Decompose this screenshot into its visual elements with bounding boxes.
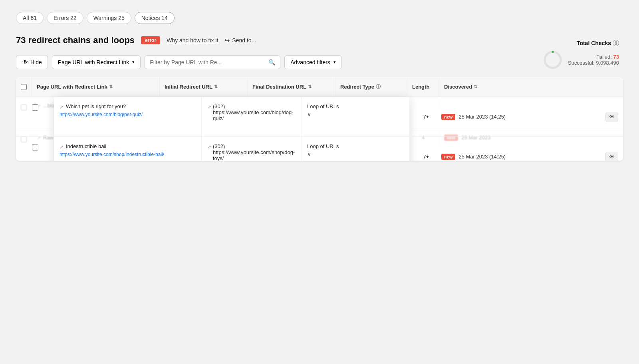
redirect-type-info-icon[interactable]: ⓘ	[376, 83, 381, 90]
sort-icon-final[interactable]: ⇅	[308, 84, 312, 89]
eye-button[interactable]: 👁	[605, 112, 618, 122]
external-link-icon: ↗	[207, 104, 211, 110]
th-initial-redirect: Initial Redirect URL ⇅	[160, 77, 248, 97]
sort-icon-discovered[interactable]: ⇅	[474, 84, 477, 89]
checkbox-cell-2	[16, 137, 54, 161]
row-checkbox-1[interactable]	[32, 104, 38, 111]
select-all-checkbox[interactable]	[21, 84, 27, 90]
hide-button[interactable]: 👁 Hide	[16, 55, 48, 69]
chevron-down-icon-2: ▾	[333, 59, 336, 65]
eye-button[interactable]: 👁	[605, 152, 618, 161]
th-page-url: Page URL with Redirect Link ⇅	[32, 77, 160, 97]
search-icon: 🔍	[268, 59, 275, 65]
row-checkbox-2[interactable]	[32, 144, 38, 150]
chevron-down-icon[interactable]: ∨	[307, 111, 404, 117]
fix-link[interactable]: Why and how to fix it	[167, 37, 218, 44]
search-input[interactable]	[150, 59, 265, 65]
table-header: Page URL with Redirect Link ⇅ Initial Re…	[16, 77, 623, 97]
filter-dropdown-button[interactable]: Page URL with Redirect Link ▾	[52, 55, 141, 69]
sort-icon-page-url[interactable]: ⇅	[109, 84, 113, 89]
eye-icon: 👁	[22, 59, 28, 65]
donut-chart	[542, 49, 563, 70]
chevron-down-icon[interactable]: ∨	[307, 151, 404, 157]
header-row: 73 redirect chains and loops error Why a…	[16, 35, 623, 46]
exp-page-url-cell: ↗ Indestructible ball https://www.yoursi…	[54, 137, 202, 161]
page-title: 73 redirect chains and loops	[16, 35, 135, 46]
main-container: All 61 Errors 22 Warnings 25 Notices 14 …	[0, 0, 639, 364]
successful-count: 9,098,490	[596, 60, 619, 66]
tab-all[interactable]: All 61	[16, 12, 44, 24]
advanced-filters-button[interactable]: Advanced filters ▾	[284, 55, 342, 69]
redirect-icon: ↪	[224, 37, 230, 44]
th-redirect-type: Redirect Type ⓘ	[335, 77, 407, 97]
exp-initial-redirect-cell: ↗ (302) https://www.yoursite.com/blog/do…	[202, 97, 302, 136]
right-row-2: 7+ new 25 Mar 2023 (14:25) 👁	[409, 137, 623, 161]
chevron-down-icon: ▾	[132, 59, 135, 65]
tab-errors[interactable]: Errors 22	[47, 12, 83, 24]
expanded-table-row: ↗ Indestructible ball https://www.yoursi…	[54, 137, 409, 161]
new-badge: new	[441, 114, 455, 120]
left-checkboxes	[16, 97, 54, 161]
new-badge: new	[441, 154, 455, 160]
exp-initial-redirect-cell: ↗ (302) https://www.yoursite.com/shop/do…	[202, 137, 302, 161]
page-url-link[interactable]: https://www.yoursite.com/shop/indestruct…	[60, 152, 164, 157]
exp-redirect-type-cell: Loop of URLs ∨	[302, 137, 409, 161]
send-to-button[interactable]: ↪ Send to...	[224, 37, 256, 44]
expanded-table-row: ↗ Which pet is right for you? https://ww…	[54, 97, 409, 137]
expanded-card: ↗ Which pet is right for you? https://ww…	[54, 97, 409, 161]
info-icon[interactable]: ℹ	[613, 40, 619, 46]
exp-redirect-type-cell: Loop of URLs ∨	[302, 97, 409, 136]
length-cell: 7+	[414, 154, 438, 160]
error-badge: error	[141, 36, 160, 44]
th-discovered: Discovered ⇅	[439, 77, 623, 97]
external-link-icon: ↗	[60, 144, 64, 150]
table-body: ↗ ...blog/old-dog-toys/ og/old-pet-toys/…	[16, 97, 623, 161]
right-columns: 7+ new 25 Mar 2023 (14:25) 👁 7+ new 25 M…	[409, 97, 623, 161]
toolbar-row: 👁 Hide Page URL with Redirect Link ▾ 🔍 A…	[16, 55, 623, 69]
discovered-cell: new 25 Mar 2023 (14:25)	[441, 154, 602, 160]
th-checkbox	[16, 77, 32, 97]
table-wrapper: Page URL with Redirect Link ⇅ Initial Re…	[16, 77, 623, 161]
tab-notices[interactable]: Notices 14	[135, 12, 175, 24]
exp-page-url-cell: ↗ Which pet is right for you? https://ww…	[54, 97, 202, 136]
external-link-icon: ↗	[207, 144, 211, 150]
total-checks-title: Total Checks ℹ	[542, 40, 619, 46]
svg-point-0	[545, 52, 561, 68]
sort-icon-initial[interactable]: ⇅	[214, 84, 218, 89]
length-cell: 7+	[414, 114, 438, 120]
tab-warnings[interactable]: Warnings 25	[87, 12, 131, 24]
th-final-destination: Final Destination URL ⇅	[248, 77, 335, 97]
external-link-icon: ↗	[60, 104, 64, 110]
failed-count: 73	[613, 54, 619, 60]
filter-tabs: All 61 Errors 22 Warnings 25 Notices 14	[16, 12, 623, 24]
discovered-cell: new 25 Mar 2023 (14:25)	[441, 114, 602, 120]
checkbox-cell-1	[16, 97, 54, 137]
total-checks-panel: Total Checks ℹ Failed: 73 Successful: 9,…	[542, 40, 619, 70]
page-url-link[interactable]: https://www.yoursite.com/blog/pet-quiz/	[60, 112, 143, 117]
th-length: Length	[407, 77, 439, 97]
right-row-1: 7+ new 25 Mar 2023 (14:25) 👁	[409, 97, 623, 137]
search-input-wrap: 🔍	[145, 55, 280, 69]
